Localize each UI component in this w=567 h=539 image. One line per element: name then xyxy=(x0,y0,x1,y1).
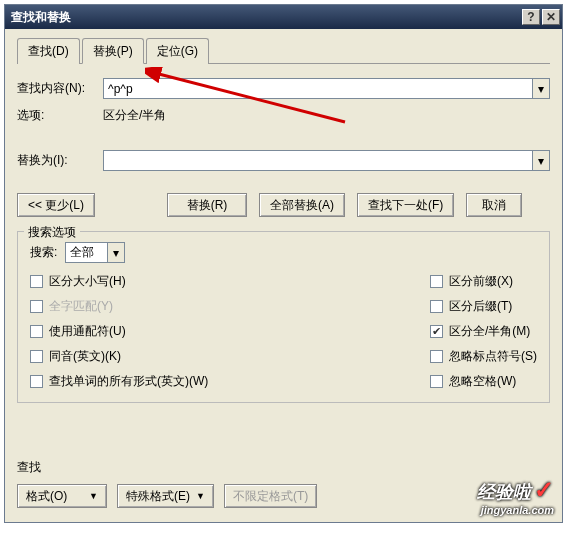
replace-with-label: 替换为(I): xyxy=(17,152,103,169)
check-prefix[interactable]: 区分前缀(X) xyxy=(430,273,537,290)
check-ignore-punct[interactable]: 忽略标点符号(S) xyxy=(430,348,537,365)
chevron-down-icon[interactable]: ▾ xyxy=(532,79,549,98)
checkbox-icon xyxy=(430,375,443,388)
search-direction-row: 搜索: 全部 ▾ xyxy=(30,242,537,263)
tab-goto[interactable]: 定位(G) xyxy=(146,38,209,64)
watermark: 经验啦 ✓ jingyanla.com xyxy=(477,476,554,516)
options-value: 区分全/半角 xyxy=(103,107,166,124)
no-format-button: 不限定格式(T) xyxy=(224,484,317,508)
chevron-down-icon[interactable]: ▾ xyxy=(107,243,124,262)
replace-button[interactable]: 替换(R) xyxy=(167,193,247,217)
check-sounds-like[interactable]: 同音(英文)(K) xyxy=(30,348,430,365)
checkbox-icon xyxy=(30,300,43,313)
checkbox-icon: ✔ xyxy=(430,325,443,338)
options-row: 选项: 区分全/半角 xyxy=(17,107,550,124)
tab-find[interactable]: 查找(D) xyxy=(17,38,80,64)
title-bar: 查找和替换 ? ✕ xyxy=(5,5,562,29)
search-direction-select[interactable]: 全部 ▾ xyxy=(65,242,125,263)
checkbox-icon xyxy=(30,275,43,288)
checkbox-icon xyxy=(430,350,443,363)
less-button[interactable]: << 更少(L) xyxy=(17,193,95,217)
find-section: 查找 格式(O) ▼ 特殊格式(E) ▼ 不限定格式(T) xyxy=(17,459,550,508)
chevron-down-icon: ▼ xyxy=(89,491,98,501)
checkbox-col-right: 区分前缀(X) 区分后缀(T) ✔ 区分全/半角(M) 忽略标点符号(S) xyxy=(430,273,537,390)
search-direction-label: 搜索: xyxy=(30,244,57,261)
find-next-button[interactable]: 查找下一处(F) xyxy=(357,193,454,217)
tab-bar: 查找(D) 替换(P) 定位(G) xyxy=(17,37,550,64)
find-what-input[interactable]: ^p^p ▾ xyxy=(103,78,550,99)
cancel-button[interactable]: 取消 xyxy=(466,193,522,217)
special-format-button[interactable]: 特殊格式(E) ▼ xyxy=(117,484,214,508)
title-text: 查找和替换 xyxy=(11,9,520,26)
button-row: << 更少(L) 替换(R) 全部替换(A) 查找下一处(F) 取消 xyxy=(17,193,550,217)
format-button[interactable]: 格式(O) ▼ xyxy=(17,484,107,508)
checkbox-icon xyxy=(430,300,443,313)
chevron-down-icon[interactable]: ▾ xyxy=(532,151,549,170)
check-suffix[interactable]: 区分后缀(T) xyxy=(430,298,537,315)
find-section-buttons: 格式(O) ▼ 特殊格式(E) ▼ 不限定格式(T) xyxy=(17,484,550,508)
replace-with-row: 替换为(I): ▾ xyxy=(17,150,550,171)
search-options-legend: 搜索选项 xyxy=(24,224,80,241)
dialog-window: 查找和替换 ? ✕ 查找(D) 替换(P) 定位(G) 查找内容(N): ^p^… xyxy=(4,4,563,523)
chevron-down-icon: ▼ xyxy=(196,491,205,501)
find-what-row: 查找内容(N): ^p^p ▾ xyxy=(17,78,550,99)
check-icon: ✓ xyxy=(534,476,554,503)
checkbox-columns: 区分大小写(H) 全字匹配(Y) 使用通配符(U) 同音(英文)(K) xyxy=(30,273,537,390)
find-section-legend: 查找 xyxy=(17,459,550,476)
options-label: 选项: xyxy=(17,107,103,124)
checkbox-icon xyxy=(30,350,43,363)
close-button[interactable]: ✕ xyxy=(542,9,560,25)
check-full-half[interactable]: ✔ 区分全/半角(M) xyxy=(430,323,537,340)
search-options-fieldset: 搜索选项 搜索: 全部 ▾ 区分大小写(H) 全字匹配(Y) xyxy=(17,231,550,403)
check-all-forms[interactable]: 查找单词的所有形式(英文)(W) xyxy=(30,373,430,390)
check-match-case[interactable]: 区分大小写(H) xyxy=(30,273,430,290)
checkbox-col-left: 区分大小写(H) 全字匹配(Y) 使用通配符(U) 同音(英文)(K) xyxy=(30,273,430,390)
tab-replace[interactable]: 替换(P) xyxy=(82,38,144,64)
check-ignore-space[interactable]: 忽略空格(W) xyxy=(430,373,537,390)
checkbox-icon xyxy=(30,375,43,388)
find-what-label: 查找内容(N): xyxy=(17,80,103,97)
dialog-content: 查找(D) 替换(P) 定位(G) 查找内容(N): ^p^p ▾ 选项: 区分… xyxy=(5,29,562,522)
check-whole-word: 全字匹配(Y) xyxy=(30,298,430,315)
checkbox-icon xyxy=(30,325,43,338)
help-button[interactable]: ? xyxy=(522,9,540,25)
check-wildcards[interactable]: 使用通配符(U) xyxy=(30,323,430,340)
checkbox-icon xyxy=(430,275,443,288)
replace-with-input[interactable]: ▾ xyxy=(103,150,550,171)
replace-all-button[interactable]: 全部替换(A) xyxy=(259,193,345,217)
